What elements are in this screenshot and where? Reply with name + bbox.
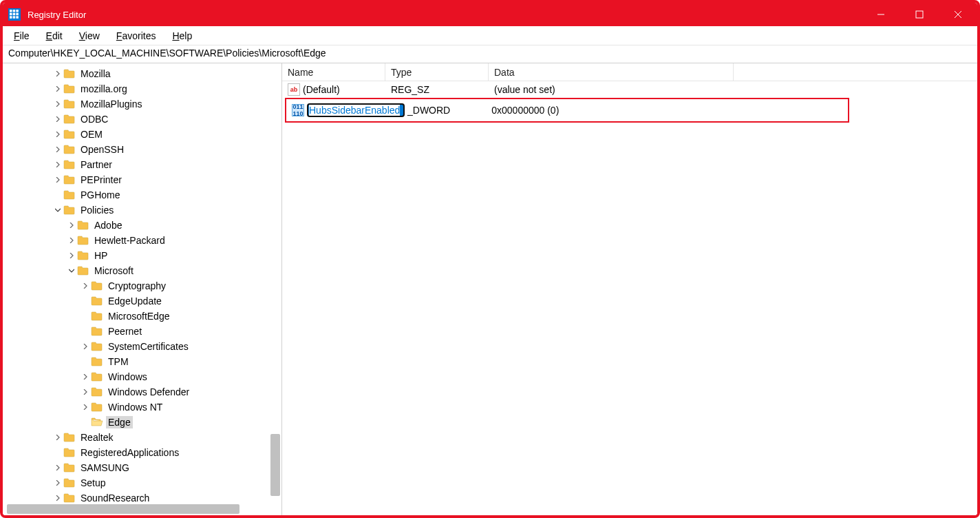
folder-icon [91, 281, 103, 291]
tree-node[interactable]: Edge [3, 415, 281, 430]
folder-icon [91, 387, 103, 397]
menu-favorites[interactable]: Favorites [109, 29, 163, 43]
tree-node[interactable]: Windows [3, 369, 281, 384]
tree-node[interactable]: mozilla.org [3, 81, 281, 96]
tree-node-label: Partner [78, 158, 114, 171]
list-row[interactable]: 011110 _DWORD 0x00000000 (0) [286, 102, 848, 118]
tree-node[interactable]: Setup [3, 475, 281, 490]
tree-node[interactable]: TPM [3, 354, 281, 369]
chevron-right-icon[interactable] [52, 432, 63, 443]
svg-rect-5 [16, 13, 19, 16]
address-bar[interactable]: Computer\HKEY_LOCAL_MACHINE\SOFTWARE\Pol… [3, 45, 977, 63]
chevron-right-icon[interactable] [52, 477, 63, 488]
tree-node[interactable]: RegisteredApplications [3, 445, 281, 460]
folder-icon [77, 220, 89, 230]
chevron-right-icon[interactable] [80, 341, 91, 352]
chevron-right-icon[interactable] [52, 68, 63, 79]
chevron-right-icon[interactable] [80, 386, 91, 397]
chevron-right-icon[interactable] [52, 114, 63, 125]
chevron-right-icon[interactable] [52, 99, 63, 110]
chevron-right-icon[interactable] [52, 159, 63, 170]
tree-node[interactable]: Realtek [3, 430, 281, 445]
tree-node-label: Policies [78, 204, 116, 216]
chevron-right-icon[interactable] [66, 220, 77, 231]
tree-node-label: Microsoft [92, 265, 136, 277]
chevron-right-icon[interactable] [52, 83, 63, 94]
tree-node-label: Setup [78, 477, 108, 489]
tree-horizontal-scrollbar[interactable] [7, 504, 239, 514]
menu-file[interactable]: File [7, 29, 36, 43]
value-name: (Default) [303, 84, 340, 95]
menu-view[interactable]: View [72, 29, 107, 43]
menu-edit[interactable]: Edit [39, 29, 70, 43]
tree-node[interactable]: SoundResearch [3, 490, 281, 506]
chevron-right-icon[interactable] [66, 250, 77, 261]
tree-node[interactable]: EdgeUpdate [3, 293, 281, 309]
dword-value-icon: 011110 [292, 104, 304, 116]
chevron-right-icon[interactable] [80, 371, 91, 382]
tree-node[interactable]: Adobe [3, 218, 281, 233]
chevron-right-icon[interactable] [66, 235, 77, 246]
rename-input[interactable] [307, 103, 405, 117]
tree-node[interactable]: MozillaPlugins [3, 96, 281, 112]
app-icon [8, 8, 21, 21]
chevron-right-icon[interactable] [80, 402, 91, 413]
tree-node-label: mozilla.org [78, 83, 129, 95]
tree-node[interactable]: Hewlett-Packard [3, 233, 281, 248]
tree-vertical-scrollbar[interactable] [270, 434, 280, 496]
folder-icon [91, 417, 103, 427]
tree-node[interactable]: HP [3, 248, 281, 263]
tree-node[interactable]: OEM [3, 127, 281, 142]
tree-node[interactable]: PGHome [3, 187, 281, 203]
value-data: 0x00000000 (0) [450, 105, 559, 116]
folder-icon [63, 448, 76, 457]
svg-rect-3 [10, 13, 12, 16]
chevron-down-icon[interactable] [66, 265, 77, 276]
chevron-right-icon[interactable] [52, 493, 63, 504]
folder-icon [91, 327, 103, 336]
svg-rect-7 [13, 16, 16, 19]
tree-node-label: HP [92, 249, 109, 262]
tree-node[interactable]: Partner [3, 157, 281, 172]
folder-icon [63, 84, 76, 94]
tree-node-label: SystemCertificates [106, 340, 191, 353]
tree-node[interactable]: Windows NT [3, 400, 281, 415]
folder-icon [63, 130, 76, 139]
tree-node[interactable]: Windows Defender [3, 384, 281, 400]
chevron-down-icon[interactable] [52, 205, 63, 216]
close-button[interactable] [939, 3, 977, 26]
chevron-right-icon[interactable] [52, 144, 63, 155]
chevron-right-icon[interactable] [52, 462, 63, 473]
column-header-data[interactable]: Data [489, 63, 734, 81]
menu-help[interactable]: Help [165, 29, 199, 43]
tree-node[interactable]: ODBC [3, 112, 281, 127]
folder-icon [63, 175, 76, 185]
folder-icon [77, 251, 89, 260]
tree-node[interactable]: SystemCertificates [3, 339, 281, 354]
chevron-right-icon[interactable] [80, 280, 91, 291]
column-header-type[interactable]: Type [385, 63, 489, 81]
tree-node[interactable]: MicrosoftEdge [3, 309, 281, 324]
tree-node[interactable]: SAMSUNG [3, 460, 281, 475]
tree-node[interactable]: Policies [3, 203, 281, 218]
tree-node[interactable]: PEPrinter [3, 172, 281, 187]
folder-icon [91, 372, 103, 382]
main-split: Mozillamozilla.orgMozillaPluginsODBCOEMO… [3, 63, 977, 515]
tree-node-label: SoundResearch [78, 492, 151, 504]
list-row[interactable]: ab (Default) REG_SZ (value not set) [282, 81, 977, 98]
tree-node[interactable]: OpenSSH [3, 142, 281, 157]
tree-node-label: TPM [106, 355, 131, 368]
minimize-button[interactable] [862, 3, 900, 26]
chevron-right-icon[interactable] [52, 174, 63, 185]
tree-node[interactable]: Peernet [3, 324, 281, 339]
tree-node[interactable]: Cryptography [3, 278, 281, 293]
tree-node-label: Peernet [106, 325, 144, 338]
chevron-right-icon[interactable] [52, 129, 63, 140]
tree-node[interactable]: Mozilla [3, 66, 281, 81]
folder-icon [91, 311, 103, 321]
maximize-button[interactable] [900, 3, 939, 26]
list-header: Name Type Data [282, 63, 977, 81]
column-header-name[interactable]: Name [282, 63, 385, 81]
tree-node-label: Cryptography [106, 280, 168, 292]
tree-node[interactable]: Microsoft [3, 263, 281, 278]
